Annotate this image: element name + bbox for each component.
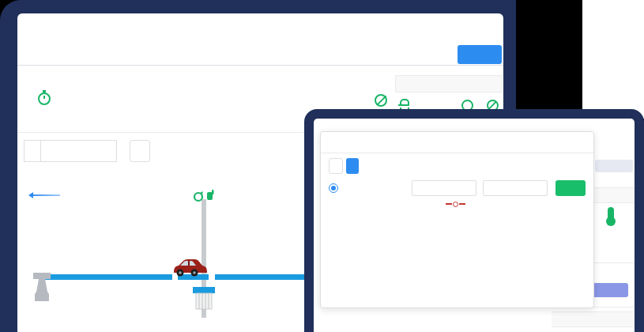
no-entry-icon [375, 94, 387, 107]
query-start-time-input[interactable] [412, 180, 476, 196]
tower-sensor-icons [194, 190, 214, 201]
tab-monitor-playback[interactable] [346, 158, 359, 174]
bridge-pier [33, 273, 51, 301]
deck-gap [172, 274, 178, 280]
chart-legend[interactable] [329, 199, 586, 209]
realtime-curve-dialog [320, 131, 594, 308]
timer-icon [38, 92, 51, 105]
query-button[interactable] [555, 180, 586, 196]
query-end-time-input[interactable] [483, 180, 548, 196]
query-filter-row [329, 180, 586, 196]
background-window-corner [582, 0, 644, 119]
section-select-group [24, 140, 117, 162]
thermometer-icon [608, 207, 614, 220]
section-select-bar [24, 140, 150, 162]
radio-selected-icon[interactable] [329, 183, 338, 193]
main-tab-bar [17, 43, 503, 66]
temperature-legend-item[interactable] [593, 207, 628, 231]
video-monitor-button[interactable] [458, 45, 502, 64]
deck-gap [209, 274, 215, 280]
tab-realtime-curve[interactable] [329, 158, 343, 174]
dialog-header [321, 132, 593, 153]
dialog-body [321, 153, 593, 307]
legend-line-marker-icon [459, 203, 465, 205]
overlay-window [314, 119, 635, 332]
legend-line-marker-icon [453, 202, 458, 207]
sidebar-list-title [552, 311, 635, 327]
legend-line-marker-icon [446, 203, 452, 205]
section-select-dropdown[interactable] [40, 141, 116, 161]
vibration-chart[interactable] [332, 210, 597, 307]
overlay-window-frame [304, 109, 644, 332]
legend-panel-title [395, 75, 503, 92]
tower-foundation [193, 287, 215, 309]
screenshot-canvas [0, 0, 644, 332]
legend-panel [395, 75, 503, 113]
enlarge-section-button[interactable] [130, 140, 150, 162]
dialog-tabs [329, 158, 586, 174]
